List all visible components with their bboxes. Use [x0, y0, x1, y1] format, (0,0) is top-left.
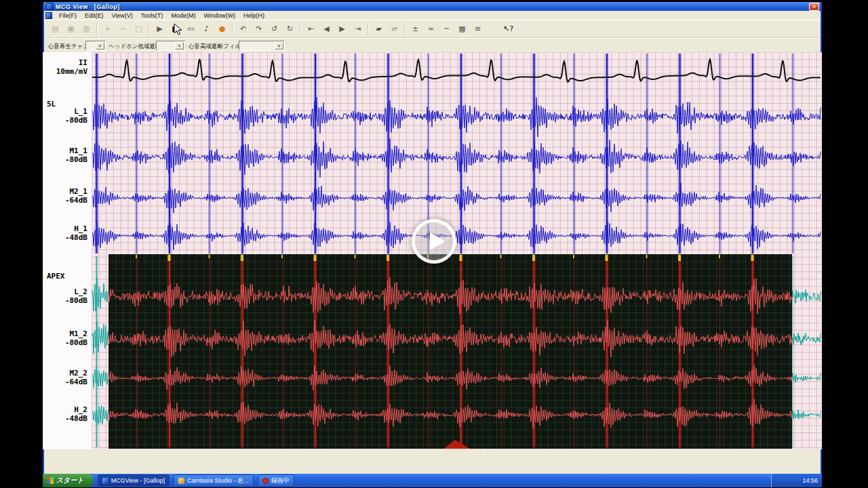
- measure-icon[interactable]: ±: [408, 22, 422, 36]
- chevron-down-icon[interactable]: ▼: [175, 42, 184, 49]
- highcut-filter-select[interactable]: ▼: [239, 41, 285, 51]
- taskbar-clock: 14:56: [802, 477, 818, 484]
- channel-label-h2: H_2 -48dB: [43, 405, 87, 423]
- start-button[interactable]: スタート: [43, 474, 94, 487]
- taskbar-button-recording[interactable]: 録画中: [258, 474, 294, 487]
- menu-file[interactable]: File(F): [55, 12, 81, 20]
- redo-icon[interactable]: ↷: [252, 22, 266, 36]
- channel-label-l2: L_2 -80dB: [43, 287, 87, 305]
- title-bar: MCG View [Gallop] ×: [44, 2, 821, 11]
- system-tray: 14:56: [771, 474, 822, 487]
- video-play-button[interactable]: [412, 219, 456, 264]
- play-icon: [430, 232, 446, 250]
- playback-channel-select[interactable]: ▼: [85, 41, 106, 51]
- chevron-down-icon[interactable]: ▼: [275, 42, 283, 49]
- step-back-icon[interactable]: ◀: [319, 22, 334, 36]
- settings-icon[interactable]: ≡: [471, 22, 485, 36]
- toolbar-separator: [149, 23, 150, 35]
- chevron-down-icon[interactable]: ▼: [96, 42, 104, 49]
- filter-icon[interactable]: ≈: [424, 22, 438, 36]
- context-help-icon[interactable]: ↖?: [501, 22, 515, 36]
- menu-mode[interactable]: Mode(M): [167, 12, 199, 20]
- rotate-left-icon[interactable]: ↺: [267, 22, 281, 36]
- taskbar-button-camtasia[interactable]: Camtasia Studio - 名...: [174, 474, 254, 487]
- toolbar-separator: [368, 23, 369, 35]
- range-icon[interactable]: ▱: [387, 22, 401, 36]
- site-label-apex: APEX: [47, 272, 65, 281]
- toolbar-separator: [96, 23, 98, 35]
- channel-label-m21: M2_1 -64dB: [43, 187, 87, 205]
- menu-bar: File(F) Edit(E) View(V) Tools(T) Mode(M)…: [44, 11, 821, 20]
- mdi-document-icon[interactable]: [45, 12, 52, 19]
- app-icon: [46, 3, 54, 10]
- open-icon[interactable]: ▤: [48, 22, 62, 36]
- close-button[interactable]: ×: [809, 3, 819, 11]
- menu-tools[interactable]: Tools(T): [137, 12, 167, 20]
- windows-flag-icon: [47, 477, 54, 484]
- record-icon[interactable]: ●: [215, 22, 229, 36]
- mouse-cursor: [174, 23, 183, 37]
- toolbar-separator: [404, 23, 406, 35]
- menu-view[interactable]: View(V): [108, 12, 137, 20]
- print-icon[interactable]: ▥: [79, 22, 94, 36]
- undo-icon[interactable]: ↶: [236, 22, 250, 36]
- waveform-canvas[interactable]: [92, 52, 822, 449]
- video-frame: MCG View [Gallop] × File(F) Edit(E) View…: [0, 0, 868, 488]
- channel-label-m12: M1_2 -80dB: [43, 329, 87, 347]
- marker-icon[interactable]: ▰: [372, 22, 386, 36]
- play-icon[interactable]: ▶: [153, 22, 167, 36]
- zoom-out-icon[interactable]: −: [116, 22, 130, 36]
- channel-label-h1: H_1 -48dB: [43, 224, 87, 242]
- go-start-icon[interactable]: ⇤: [304, 22, 318, 36]
- menu-edit[interactable]: Edit(E): [81, 12, 108, 20]
- sound-icon[interactable]: ♪: [199, 22, 214, 36]
- taskbar-button-mcgview[interactable]: MCGView - [Gallop]: [98, 474, 170, 487]
- recording-app-icon: [262, 478, 269, 484]
- zoom-fit-icon[interactable]: □: [132, 22, 146, 36]
- step-forward-icon[interactable]: ▶: [335, 22, 349, 36]
- zoom-in-icon[interactable]: +: [100, 22, 115, 36]
- toolbar-separator: [232, 23, 233, 35]
- save-icon[interactable]: ▣: [64, 22, 78, 36]
- channel-label-m22: M2_2 -64dB: [43, 369, 87, 386]
- camtasia-app-icon: [178, 478, 184, 484]
- menu-window[interactable]: Window(W): [199, 12, 239, 20]
- main-toolbar: ▤▣▥+−□▶■▭♪●↶↷↺↻⇤◀▶⇥▰▱±≈~▦≡↖?: [44, 20, 821, 38]
- headphone-filter-select[interactable]: ▼: [156, 41, 185, 51]
- ecg-lead-label: II 10mm/mV: [43, 58, 87, 76]
- mcgview-app-icon: [102, 478, 108, 484]
- rotate-right-icon[interactable]: ↻: [283, 22, 297, 36]
- menu-help[interactable]: Help(H): [239, 12, 269, 20]
- taskbar: スタート MCGView - [Gallop] Camtasia Studio …: [43, 474, 822, 487]
- toolbar-separator: [300, 23, 301, 35]
- grid-icon[interactable]: ▦: [455, 22, 469, 36]
- channel-label-m11: M1_1 -80dB: [43, 146, 87, 164]
- channel-label-l1: L_1 -80dB: [43, 107, 87, 125]
- go-end-icon[interactable]: ⇥: [351, 22, 365, 36]
- select-icon[interactable]: ▭: [184, 22, 198, 36]
- window-title: MCG View [Gallop]: [56, 3, 120, 10]
- wave-icon[interactable]: ~: [439, 22, 454, 36]
